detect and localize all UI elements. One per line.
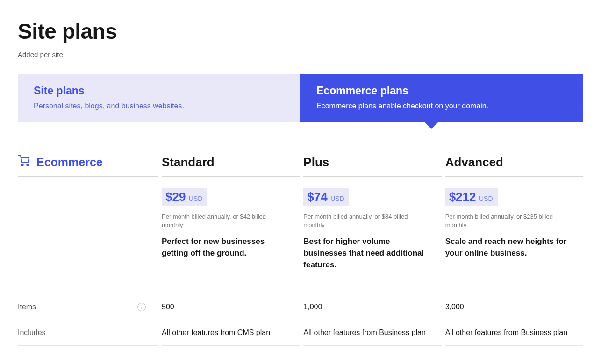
row-includes-label: Includes [18,320,158,346]
plan-type-tabs: Site plans Personal sites, blogs, and bu… [18,74,583,122]
row-items-advanced: 3,000 [445,294,583,320]
billing-note: Per month billed annually, or $42 billed… [162,213,283,229]
row-items-label: Items i [18,294,158,320]
row-items-plus: 1,000 [303,294,441,320]
plan-plus-pricing: $74 USD Per month billed annually, or $8… [303,177,441,273]
plan-name-standard: Standard [162,155,300,177]
shopping-cart-icon [18,155,30,169]
price-currency: USD [330,195,344,202]
plan-desc: Best for higher volume businesses that n… [303,236,427,271]
billing-note: Per month billed annually, or $235 bille… [445,213,567,229]
plan-standard-pricing: $29 USD Per month billed annually, or $4… [162,177,300,273]
feature-label-text: Items [18,303,36,311]
tab-ecom-title: Ecommerce plans [316,85,567,97]
section-ecommerce-heading: Ecommerce [18,155,158,169]
price-currency: USD [479,195,493,202]
price-value: $212 [449,190,476,204]
section-label: Ecommerce [36,156,103,169]
row-includes-plus: All other features from Business plan [303,320,441,346]
page-subtitle: Added per site [18,50,583,58]
price-badge-standard: $29 USD [162,188,207,206]
info-icon[interactable]: i [137,303,146,311]
price-currency: USD [189,195,203,202]
price-value: $74 [307,190,327,204]
tab-site-title: Site plans [34,85,285,97]
row-includes-standard: All other features from CMS plan [162,320,300,346]
price-badge-advanced: $212 USD [445,188,498,206]
billing-note: Per month billed annually, or $84 billed… [303,213,425,229]
svg-point-0 [21,164,23,165]
svg-point-1 [27,164,28,165]
plan-advanced-pricing: $212 USD Per month billed annually, or $… [445,177,583,273]
page-title: Site plans [18,19,583,44]
plan-name-advanced: Advanced [445,155,583,177]
row-includes-advanced: All other features from Business plan [445,320,583,346]
plan-name-plus: Plus [303,155,441,177]
plan-desc: Scale and reach new heights for your onl… [445,236,569,259]
tab-ecommerce-plans[interactable]: Ecommerce plans Ecommerce plans enable c… [300,74,583,122]
tab-ecom-desc: Ecommerce plans enable checkout on your … [316,102,567,110]
row-items-standard: 500 [162,294,300,320]
price-value: $29 [165,190,186,204]
feature-label-text: Includes [18,328,46,337]
tab-site-plans[interactable]: Site plans Personal sites, blogs, and bu… [18,74,300,122]
tab-site-desc: Personal sites, blogs, and business webs… [34,102,285,110]
plan-desc: Perfect for new businesses getting off t… [162,236,286,259]
price-badge-plus: $74 USD [303,188,349,206]
